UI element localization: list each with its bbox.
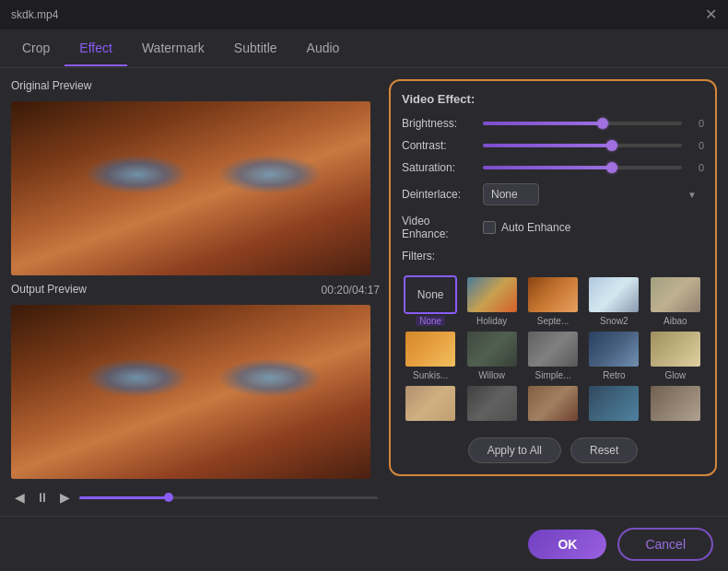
- progress-fill: [79, 496, 169, 499]
- filter-septe[interactable]: Septe...: [524, 275, 581, 326]
- output-preview-video: [11, 305, 370, 479]
- filter-r3c3-img: [528, 386, 578, 421]
- player-controls: ◀ ⏸ ▶: [11, 490, 380, 505]
- bottom-bar: OK Cancel: [0, 516, 728, 571]
- filter-r3c1[interactable]: [402, 384, 459, 425]
- filter-sunkis[interactable]: Sunkis...: [402, 330, 459, 380]
- filter-willow[interactable]: Willow: [463, 330, 520, 380]
- title-bar: skdk.mp4 ✕: [0, 0, 728, 29]
- filter-simple-thumb: [526, 330, 580, 368]
- brightness-value: 0: [689, 118, 704, 129]
- filter-r3c1-thumb: [404, 384, 457, 423]
- filter-snow2-img: [589, 277, 639, 312]
- filter-r3c1-img: [405, 386, 455, 421]
- filter-r3c4-thumb: [587, 384, 640, 423]
- ok-button[interactable]: OK: [528, 530, 606, 559]
- contrast-slider[interactable]: [483, 144, 682, 147]
- close-button[interactable]: ✕: [705, 7, 717, 22]
- filter-none[interactable]: None None: [402, 275, 459, 326]
- prev-frame-button[interactable]: ◀: [13, 490, 27, 505]
- deinterlace-select-wrapper: None Low Medium High ▼: [483, 183, 704, 205]
- filter-r3c2-thumb: [465, 384, 519, 423]
- auto-enhance-checkbox-label[interactable]: Auto Enhance: [483, 221, 570, 234]
- filter-r3c3-thumb: [526, 384, 580, 423]
- filter-aibao[interactable]: Aibao: [647, 275, 704, 326]
- filter-glow[interactable]: Glow: [647, 330, 704, 380]
- saturation-slider[interactable]: [483, 166, 682, 169]
- tab-audio[interactable]: Audio: [292, 31, 355, 66]
- tab-crop[interactable]: Crop: [7, 31, 65, 66]
- video-enhance-label: Video Enhance:: [402, 215, 476, 240]
- filter-holiday-thumb: [465, 275, 519, 314]
- saturation-row: Saturation: 0: [402, 161, 704, 174]
- output-preview-label: Output Preview: [11, 283, 87, 296]
- filter-willow-thumb: [465, 330, 519, 368]
- filter-septe-name: Septe...: [537, 316, 569, 326]
- filter-r3c5-img: [651, 386, 700, 421]
- tab-watermark[interactable]: Watermark: [127, 31, 219, 66]
- tab-effect[interactable]: Effect: [65, 31, 127, 66]
- main-content: Original Preview Output Preview 00:20/04…: [0, 68, 728, 516]
- filter-r3c5-thumb: [649, 384, 702, 423]
- contrast-fill: [483, 144, 612, 147]
- filter-willow-name: Willow: [478, 370, 505, 380]
- filter-r3c4-img: [589, 386, 639, 421]
- filter-none-inner: None: [405, 277, 455, 312]
- contrast-label: Contrast:: [402, 139, 476, 152]
- filters-label: Filters:: [402, 250, 704, 262]
- filter-simple-img: [528, 332, 578, 367]
- auto-enhance-checkbox[interactable]: [483, 221, 496, 234]
- output-video-content: [11, 305, 370, 479]
- filter-snow2-name: Snow2: [600, 316, 628, 326]
- filter-aibao-name: Aibao: [663, 316, 687, 326]
- reset-button[interactable]: Reset: [570, 437, 638, 463]
- filter-sunkis-thumb: [404, 330, 457, 368]
- filter-aibao-thumb: [649, 275, 702, 314]
- filter-retro[interactable]: Retro: [585, 330, 642, 380]
- next-frame-button[interactable]: ▶: [58, 490, 72, 505]
- original-preview-label: Original Preview: [11, 79, 380, 92]
- filter-simple[interactable]: Simple...: [524, 330, 581, 380]
- filter-sunkis-name: Sunkis...: [413, 370, 448, 380]
- apply-to-all-button[interactable]: Apply to All: [468, 437, 561, 463]
- deinterlace-label: Deinterlace:: [402, 188, 476, 201]
- saturation-value: 0: [689, 162, 704, 173]
- brightness-slider[interactable]: [483, 122, 682, 125]
- cancel-button[interactable]: Cancel: [617, 528, 713, 561]
- tab-subtitle[interactable]: Subtitle: [219, 31, 292, 66]
- original-video-content: [11, 101, 370, 275]
- filter-snow2[interactable]: Snow2: [585, 275, 642, 326]
- filter-r3c3[interactable]: [524, 384, 581, 425]
- filter-septe-img: [528, 277, 578, 312]
- filter-aibao-img: [651, 277, 700, 312]
- filter-none-thumb: None: [404, 275, 457, 314]
- brightness-fill: [483, 122, 603, 125]
- timecode: 00:20/04:17: [322, 284, 380, 297]
- filter-holiday[interactable]: Holiday: [463, 275, 520, 326]
- play-pause-button[interactable]: ⏸: [34, 490, 51, 505]
- filter-septe-thumb: [526, 275, 580, 314]
- contrast-value: 0: [689, 140, 704, 151]
- output-preview-header: Output Preview 00:20/04:17: [11, 283, 380, 297]
- filter-r3c4[interactable]: [585, 384, 642, 425]
- filter-retro-img: [589, 332, 639, 367]
- filter-r3c2[interactable]: [463, 384, 520, 425]
- filter-glow-name: Glow: [664, 370, 686, 380]
- filter-holiday-img: [467, 277, 517, 312]
- filter-action-row: Apply to All Reset: [402, 437, 704, 463]
- deinterlace-select[interactable]: None Low Medium High: [483, 183, 539, 205]
- filter-r3c5[interactable]: [647, 384, 704, 425]
- deinterlace-row: Deinterlace: None Low Medium High ▼: [402, 183, 704, 205]
- progress-thumb: [164, 493, 173, 502]
- video-effect-title: Video Effect:: [402, 92, 704, 106]
- filter-glow-thumb: [649, 330, 702, 368]
- contrast-thumb: [606, 140, 617, 151]
- brightness-label: Brightness:: [402, 117, 476, 130]
- effects-box: Video Effect: Brightness: 0 Contrast: 0: [389, 79, 717, 476]
- filter-retro-name: Retro: [603, 370, 625, 380]
- brightness-row: Brightness: 0: [402, 117, 704, 130]
- filter-simple-name: Simple...: [535, 370, 571, 380]
- filter-none-name: None: [416, 316, 445, 326]
- left-panel: Original Preview Output Preview 00:20/04…: [11, 79, 380, 505]
- progress-bar[interactable]: [79, 496, 378, 499]
